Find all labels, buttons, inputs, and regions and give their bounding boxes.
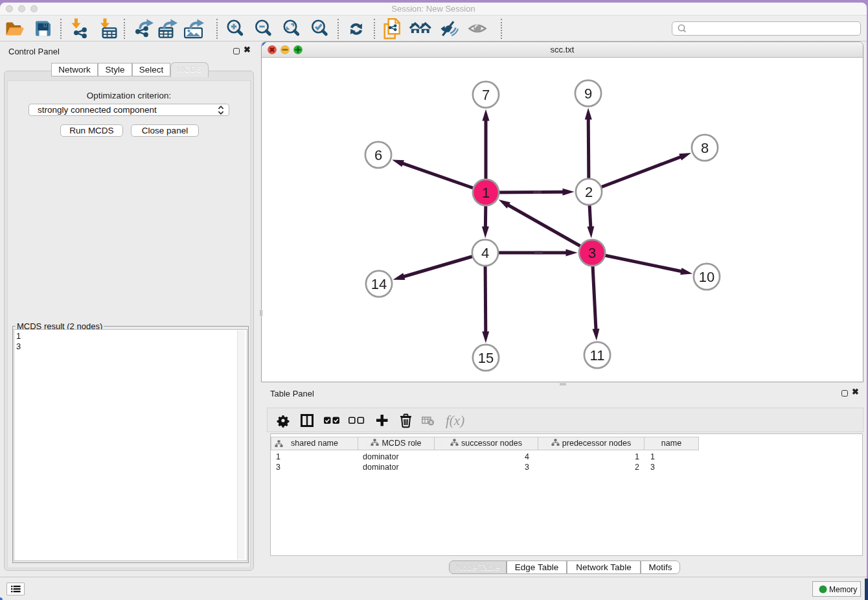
svg-text:f(x): f(x) — [446, 413, 464, 428]
